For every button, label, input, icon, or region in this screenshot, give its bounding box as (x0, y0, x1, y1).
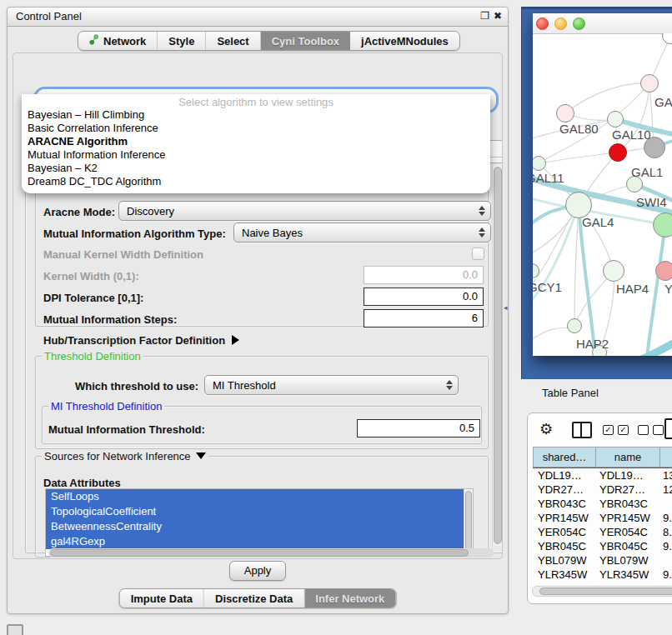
network-node[interactable] (653, 212, 672, 238)
dropdown-item-selected[interactable]: ARACNE Algorithm (22, 135, 490, 148)
collapsed-arrow-icon (232, 335, 239, 345)
hub-definition-label: Hub/Transcription Factor Definition (43, 334, 225, 347)
network-view-inner: GAL GAL80 GAL10 GAL1 GAL11 SWI4 GAL4 GCY… (533, 13, 672, 356)
list-item[interactable]: BetweennessCentrality (46, 519, 473, 534)
settings-horizontal-scrollbar[interactable] (48, 548, 494, 558)
network-node[interactable] (609, 143, 627, 162)
mi-steps-field[interactable]: 6 (364, 309, 484, 328)
column-header[interactable]: name (595, 447, 659, 468)
tab-select[interactable]: Select (206, 32, 260, 50)
aracne-mode-combo[interactable]: Discovery (118, 201, 491, 221)
minimized-panel-icon[interactable] (7, 624, 23, 635)
control-panel-title: Control Panel (16, 10, 82, 22)
unchecked-checkbox-icon[interactable] (638, 425, 649, 435)
mi-threshold-field[interactable]: 0.5 (357, 419, 480, 438)
network-node[interactable] (607, 111, 624, 128)
network-icon (89, 34, 99, 48)
table-row[interactable]: YLR345WYLR345W9. (533, 568, 672, 582)
panel-divider-handle[interactable]: ◂ (504, 303, 508, 312)
dropdown-item[interactable]: Basic Correlation Inference (22, 122, 490, 135)
tab-discretize-data[interactable]: Discretize Data (204, 589, 304, 608)
checked-checkbox-icon[interactable]: ✓ (618, 425, 629, 435)
node-label: GAL10 (612, 128, 651, 142)
tab-select-label: Select (217, 35, 248, 48)
close-panel-icon[interactable]: ✖ (494, 10, 502, 22)
network-view-window: GAL GAL80 GAL10 GAL1 GAL11 SWI4 GAL4 GCY… (521, 7, 672, 379)
node-label: GCY1 (533, 280, 562, 294)
unchecked-checkbox-icon[interactable] (653, 425, 664, 435)
dpi-tolerance-label: DPI Tolerance [0,1]: (43, 292, 143, 304)
control-panel-titlebar: Control Panel ❐ ✖ (8, 8, 508, 27)
document-icon[interactable] (664, 418, 672, 439)
tab-cyni-toolbox-label: Cyni Toolbox (272, 35, 339, 48)
node-label: GAL1 (631, 165, 663, 179)
network-node[interactable] (640, 74, 659, 92)
split-columns-icon[interactable] (572, 422, 592, 438)
gear-icon[interactable]: ⚙ (539, 420, 553, 438)
which-threshold-value: MI Threshold (213, 379, 276, 392)
table-row[interactable]: YBR045CYBR045C9. (533, 539, 672, 553)
dropdown-item[interactable]: Bayesian – K2 (22, 162, 490, 175)
minimize-window-icon[interactable] (554, 18, 567, 30)
node-label: GAL80 (559, 122, 599, 136)
table-row[interactable]: YPR145WYPR145W9. (533, 511, 672, 525)
combo-stepper-icon (479, 206, 485, 216)
tab-style-label: Style (168, 35, 194, 48)
list-item[interactable]: SelfLoops (46, 489, 473, 504)
tab-network[interactable]: Network (78, 32, 158, 50)
close-window-icon[interactable] (536, 18, 549, 30)
bottom-tabbar: Impute Data Discretize Data Infer Networ… (119, 588, 397, 608)
dropdown-item[interactable]: Bayesian – Hill Climbing (22, 108, 490, 122)
table-row[interactable]: YIL052CYIL052C9. (533, 582, 672, 585)
kernel-width-field[interactable]: 0.0 (364, 266, 484, 284)
settings-vertical-scrollbar[interactable] (492, 165, 503, 546)
data-attributes-list[interactable]: SelfLoops TopologicalCoefficient Between… (45, 488, 474, 557)
node-label: GAL11 (533, 171, 564, 185)
node-label: GAL (654, 95, 672, 109)
list-item[interactable]: TopologicalCoefficient (46, 504, 473, 519)
table-row[interactable]: YDR27…YDR27…12 (533, 482, 672, 497)
table-horizontal-scrollbar[interactable] (532, 586, 672, 597)
mi-threshold-label: Mutual Information Threshold: (48, 423, 205, 436)
network-node[interactable] (603, 260, 624, 282)
tab-discretize-data-label: Discretize Data (215, 592, 293, 605)
hub-definition-toggle[interactable]: Hub/Transcription Factor Definition (43, 334, 239, 347)
table-row[interactable]: YDL19…YDL19…13 (533, 468, 672, 482)
list-vertical-scrollbar[interactable] (464, 489, 473, 556)
cyni-toolbox-pane: galFiltered.sif default node Cyni Algori… (13, 52, 503, 559)
tab-infer-network[interactable]: Infer Network (304, 589, 395, 608)
column-header[interactable]: A (659, 447, 672, 468)
mi-algorithm-type-combo[interactable]: Naive Bayes (233, 222, 491, 242)
dropdown-item[interactable]: Dream8 DC_TDC Algorithm (22, 175, 490, 188)
table-row[interactable]: YBR043CYBR043C (533, 497, 672, 511)
column-header[interactable]: shared… (533, 447, 595, 468)
tab-jactivemnodules[interactable]: jActiveMNodules (350, 32, 459, 50)
mi-threshold-group-title: MI Threshold Definition (48, 400, 164, 412)
table-body[interactable]: YDL19…YDL19…13 YDR27…YDR27…12 YBR043CYBR… (533, 468, 672, 585)
table-header-row: shared… name A (533, 447, 672, 468)
tab-impute-data[interactable]: Impute Data (120, 589, 204, 608)
checked-checkbox-icon[interactable]: ✓ (603, 425, 614, 435)
network-node[interactable] (567, 318, 582, 333)
table-row[interactable]: YER054CYER054C8. (533, 525, 672, 539)
table-row[interactable]: YBL079WYBL079W (533, 553, 672, 568)
list-item[interactable]: gal4RGexp (46, 534, 473, 549)
dropdown-item[interactable]: Mutual Information Inference (22, 148, 490, 162)
zoom-window-icon[interactable] (573, 18, 585, 30)
tab-cyni-toolbox[interactable]: Cyni Toolbox (261, 32, 350, 50)
float-panel-icon[interactable]: ❐ (480, 10, 489, 22)
network-node[interactable] (556, 104, 574, 122)
expanded-arrow-icon (196, 452, 206, 459)
node-label: GAL4 (582, 215, 614, 229)
which-threshold-combo[interactable]: MI Threshold (204, 375, 459, 395)
sources-toggle[interactable]: Sources for Network Inference (42, 450, 208, 462)
apply-button[interactable]: Apply (229, 561, 286, 581)
combo-stepper-icon (446, 380, 453, 390)
network-node[interactable] (655, 261, 672, 281)
network-canvas[interactable]: GAL GAL80 GAL10 GAL1 GAL11 SWI4 GAL4 GCY… (533, 33, 672, 356)
tab-jactivemnodules-label: jActiveMNodules (361, 35, 449, 48)
node-label: HAP4 (616, 282, 649, 296)
manual-kernel-width-checkbox[interactable] (472, 248, 484, 260)
tab-style[interactable]: Style (158, 32, 206, 50)
dpi-tolerance-field[interactable]: 0.0 (364, 288, 484, 306)
